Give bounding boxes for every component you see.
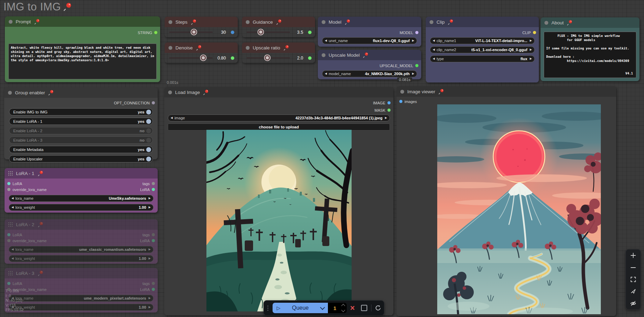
- slider-knob[interactable]: [264, 55, 271, 61]
- combo-next-icon[interactable]: ▶: [412, 39, 414, 42]
- node-group-enabler-header[interactable]: Group enabler: [4, 87, 158, 98]
- output-port-model[interactable]: [415, 31, 418, 34]
- slider-track[interactable]: [246, 32, 290, 33]
- slider-knob[interactable]: [258, 29, 264, 35]
- combo-next-icon[interactable]: ▶: [149, 197, 151, 200]
- lora-name-combo[interactable]: ◀ lora_name ume_modern_pixelart.safetens…: [9, 295, 154, 302]
- combo-next-icon[interactable]: ▶: [530, 57, 532, 60]
- node-collapse-dot-icon[interactable]: [8, 91, 12, 95]
- combo-prev-icon[interactable]: ◀: [11, 248, 14, 251]
- node-prompt[interactable]: Prompt STRING Abstract, white fleecy hil…: [5, 16, 160, 82]
- output-port-lora[interactable]: [152, 288, 155, 291]
- output-port-int[interactable]: [231, 31, 234, 34]
- node-group-enabler[interactable]: Group enabler OPT_CONNECTION Enable IMG …: [4, 87, 158, 159]
- slider-track[interactable]: [169, 57, 213, 58]
- node-lora-1[interactable]: LoRA - 1 LoRA tags override_lora_name Lo…: [5, 168, 158, 213]
- toggle-visibility-button[interactable]: [629, 299, 638, 308]
- node-lora-2[interactable]: LoRA - 2 LoRA tags override_lora_name Lo…: [5, 219, 158, 264]
- node-about[interactable]: About FLUX - IMG to IMG simple workflow …: [541, 17, 639, 81]
- toggle-knob[interactable]: [146, 128, 151, 133]
- combo-next-icon[interactable]: ▶: [149, 257, 151, 260]
- node-upscale-model-header[interactable]: Upscale Model: [318, 50, 421, 60]
- toggle-row-lora-2[interactable]: Enable LoRA - 2 no: [4, 127, 158, 134]
- lora-name-combo[interactable]: ◀ lora_name ume_classic_romantism.safete…: [9, 246, 154, 253]
- guidance-slider[interactable]: 3.5: [242, 27, 315, 37]
- output-port-clip[interactable]: [533, 31, 536, 34]
- output-port-opt-connection[interactable]: [152, 101, 155, 104]
- input-port-lora[interactable]: [7, 182, 10, 185]
- node-collapse-dot-icon[interactable]: [168, 90, 172, 94]
- stop-button[interactable]: [358, 303, 370, 313]
- toggle-row-lora-3[interactable]: Enable LoRA - 3 no: [4, 136, 158, 144]
- node-guidance-header[interactable]: Guidance: [242, 17, 315, 27]
- node-upscale-ratio-header[interactable]: Upscale ratio: [242, 42, 315, 53]
- node-clip[interactable]: Clip CLIP ◀ clip_name1 ViT-L-14-TEXT-det…: [426, 17, 539, 82]
- combo-next-icon[interactable]: ▶: [385, 117, 387, 119]
- canvas-toolbar[interactable]: [626, 249, 641, 310]
- node-guidance[interactable]: Guidance 3.5: [242, 17, 315, 37]
- toggle-knob[interactable]: [146, 110, 151, 114]
- toggle-knob[interactable]: [146, 119, 151, 124]
- output-port-lora[interactable]: [152, 188, 155, 191]
- combo-prev-icon[interactable]: ◀: [433, 48, 435, 51]
- queue-button[interactable]: ▷ Queue: [273, 303, 328, 313]
- combo-next-icon[interactable]: ▶: [149, 306, 151, 309]
- refresh-button[interactable]: [372, 303, 384, 313]
- combo-prev-icon[interactable]: ◀: [325, 72, 327, 75]
- clip-name2-combo[interactable]: ◀ clip_name2 t5-v1_1-xxl-encoder-Q8_0.gg…: [430, 46, 535, 53]
- input-port-lora[interactable]: [7, 282, 10, 285]
- lora-weight-combo[interactable]: ◀ lora_weight 1.00 ▶: [9, 204, 154, 211]
- combo-next-icon[interactable]: ▶: [149, 248, 151, 251]
- fit-view-button[interactable]: [629, 275, 638, 284]
- chevron-down-icon[interactable]: [320, 305, 325, 310]
- output-port-float[interactable]: [231, 56, 234, 60]
- node-collapse-dot-icon[interactable]: [168, 20, 172, 24]
- combo-next-icon[interactable]: ▶: [412, 72, 414, 75]
- node-collapse-dot-icon[interactable]: [246, 46, 250, 50]
- toggle-knob[interactable]: [146, 147, 151, 152]
- queue-toolbar[interactable]: ▷ Queue 1 ×: [264, 300, 384, 316]
- output-port-lora[interactable]: [152, 239, 155, 242]
- combo-prev-icon[interactable]: ◀: [11, 197, 14, 200]
- node-collapse-dot-icon[interactable]: [246, 20, 250, 24]
- zoom-in-button[interactable]: [629, 251, 638, 260]
- node-model-header[interactable]: Model: [318, 17, 421, 27]
- input-port-override-lora-name[interactable]: [7, 239, 10, 242]
- node-denoise[interactable]: Denoise 0.80: [165, 42, 238, 63]
- input-port-images[interactable]: [399, 100, 402, 103]
- slider-knob[interactable]: [191, 29, 197, 35]
- node-steps[interactable]: Steps 30: [165, 17, 238, 37]
- lora-name-combo[interactable]: ◀ lora_name UmeSky.safetensors ▶: [9, 195, 154, 202]
- node-collapse-dot-icon[interactable]: [322, 53, 325, 57]
- combo-next-icon[interactable]: ▶: [530, 48, 532, 51]
- slider-track[interactable]: [169, 32, 213, 33]
- image-file-combo[interactable]: ◀ image 42237d3b-34c3-484d-8ff3-b4ee4494…: [168, 114, 390, 121]
- node-prompt-header[interactable]: Prompt: [5, 16, 160, 27]
- combo-next-icon[interactable]: ▶: [530, 39, 532, 42]
- node-about-header[interactable]: About: [541, 17, 639, 28]
- stepper-down-icon[interactable]: [341, 308, 345, 312]
- node-lora-3-header[interactable]: LoRA - 3: [5, 268, 158, 278]
- clip-type-combo[interactable]: ◀ type flux ▶: [430, 55, 535, 62]
- unet-name-combo[interactable]: ◀ unet_name flux1-dev-Q8_0.gguf ▶: [322, 37, 417, 44]
- node-load-image-header[interactable]: Load Image: [164, 87, 393, 97]
- node-lora-2-header[interactable]: LoRA - 2: [5, 219, 158, 230]
- node-collapse-dot-icon[interactable]: [9, 20, 13, 24]
- node-collapse-dot-icon[interactable]: [322, 20, 325, 24]
- node-collapse-dot-icon[interactable]: [430, 20, 433, 24]
- node-upscale-ratio[interactable]: Upscale ratio 2.0: [242, 42, 315, 63]
- combo-prev-icon[interactable]: ◀: [325, 39, 327, 42]
- output-port-tags[interactable]: [152, 233, 155, 236]
- combo-prev-icon[interactable]: ◀: [433, 57, 435, 60]
- input-port-override-lora-name[interactable]: [7, 188, 10, 191]
- about-textarea[interactable]: FLUX - IMG to IMG simple workflow for GG…: [544, 32, 636, 78]
- node-denoise-header[interactable]: Denoise: [165, 42, 238, 53]
- output-port-image[interactable]: [387, 101, 391, 104]
- batch-count-value[interactable]: 1: [328, 305, 342, 311]
- toggle-row-lora-1[interactable]: Enable LoRA - 1 yes: [4, 118, 158, 125]
- node-image-viewer-header[interactable]: Image viewer: [396, 86, 616, 97]
- upscale-ratio-slider[interactable]: 2.0: [242, 53, 315, 63]
- steps-slider[interactable]: 30: [165, 27, 238, 37]
- cancel-button[interactable]: ×: [347, 303, 358, 313]
- grid-handle-icon[interactable]: [8, 222, 13, 227]
